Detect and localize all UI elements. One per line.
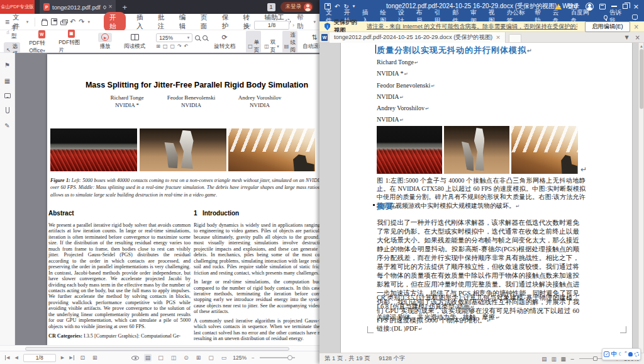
- zoom-minus-icon[interactable]: −: [570, 356, 574, 362]
- rotate-cw-icon[interactable]: ↷: [177, 43, 182, 49]
- read-mode-button[interactable]: 阅读模式: [122, 33, 147, 50]
- scrollbar-thumb[interactable]: [640, 49, 643, 109]
- menu-item-protect[interactable]: 保护: [222, 13, 233, 31]
- new-tab-button[interactable]: +: [122, 3, 127, 12]
- prev-page-icon[interactable]: ◀: [14, 355, 18, 360]
- page-info[interactable]: 第 1 页，共 19 页: [325, 355, 370, 363]
- play-button[interactable]: ▶ 播放: [92, 33, 118, 50]
- word-doc-tabbar: W tonge2012.pdf.pdf-2024-10-25 16-20-29.…: [319, 32, 644, 43]
- enable-editing-button[interactable]: 启用编辑(E): [585, 21, 630, 32]
- view-forward-icon[interactable]: ⊞: [91, 354, 99, 361]
- vertical-scrollbar[interactable]: ▲: [638, 43, 643, 353]
- login-button[interactable]: 未登录: [280, 2, 314, 12]
- rotate-doc-button[interactable]: ⟳ 旋转文档: [212, 33, 237, 50]
- more-icon[interactable]: ▾: [87, 20, 90, 25]
- scrollbar-thumb[interactable]: [25, 347, 289, 351]
- next-page-icon[interactable]: ▶: [61, 355, 64, 360]
- close-icon[interactable]: ×: [633, 3, 639, 11]
- fit-page-icon[interactable]: □: [163, 43, 168, 49]
- ime-punctuation-icon[interactable]: ”: [625, 351, 627, 357]
- help-menu[interactable]: 帮助: [297, 13, 308, 31]
- zoom-select[interactable]: 125% ▾: [156, 33, 192, 42]
- ime-status-icon[interactable]: ✓: [604, 351, 609, 357]
- paper-author: Feodor Benevolenski NVIDIA: [155, 94, 228, 109]
- hand-tool-button[interactable]: ☝ 手型: [4, 25, 20, 41]
- single-page-view-icon[interactable]: □: [157, 354, 165, 361]
- menu-item-page[interactable]: 页面: [201, 13, 211, 31]
- author-name: Feodor Benevolenski: [155, 94, 228, 102]
- zoom-slider-knob[interactable]: [593, 356, 597, 361]
- word-page[interactable]: 质量分割以实现无抖动的并行刚体模拟↵ Richard Tonge↵ NVIDIA…: [340, 43, 633, 353]
- open-file-icon[interactable]: [42, 20, 48, 26]
- signature-icon[interactable]: ✎: [4, 122, 9, 129]
- menu-item-insert[interactable]: 插入: [136, 13, 147, 31]
- doc-line: Richard Tonge↵: [377, 57, 435, 68]
- undo-icon[interactable]: ↶: [70, 18, 75, 26]
- last-page-icon[interactable]: ▶: [69, 355, 74, 360]
- close-icon[interactable]: ×: [635, 34, 640, 41]
- double-page-view-icon[interactable]: ◫: [170, 354, 178, 361]
- read-mode-view-icon[interactable]: ▤: [541, 356, 547, 362]
- introduction-heading: 1 Introduction: [194, 210, 322, 217]
- close-icon[interactable]: ×: [634, 23, 639, 30]
- menu-item-annotate[interactable]: 批注: [158, 13, 169, 31]
- minimize-icon[interactable]: [611, 6, 617, 6]
- fit-width-icon[interactable]: ⊞: [195, 354, 203, 361]
- scroll-up-icon[interactable]: ▲: [639, 44, 644, 48]
- pdf-to-image-button[interactable]: ▣ PDF转图片: [58, 29, 84, 54]
- thumbnails-icon[interactable]: ▦: [4, 77, 10, 84]
- web-layout-view-icon[interactable]: ▦: [560, 356, 565, 362]
- zoom-slider-knob[interactable]: [287, 355, 292, 360]
- comments-icon[interactable]: [632, 14, 638, 20]
- redo-icon[interactable]: ↷: [79, 18, 84, 26]
- menu-item-home[interactable]: 开始: [104, 12, 126, 32]
- save-icon[interactable]: [51, 18, 57, 25]
- protected-view-message: 请注意 - 来自 Internet 的文件可能包含病毒。除非需要编辑，否则保持在…: [367, 23, 577, 31]
- close-tab-icon[interactable]: ×: [496, 34, 501, 40]
- comment-icon[interactable]: [4, 93, 11, 98]
- ime-halfwidth-icon[interactable]: ☾: [618, 351, 623, 357]
- rotate-ccw-icon[interactable]: ↶: [184, 43, 189, 49]
- zoom-out-icon[interactable]: [195, 35, 200, 40]
- prev-page-icon[interactable]: ‹: [249, 22, 251, 28]
- close-tab-icon[interactable]: ×: [109, 4, 113, 10]
- pdf-tab-title: tonge2012.pdf.pdf: [52, 4, 101, 11]
- print-layout-view-icon[interactable]: ▥: [551, 356, 556, 362]
- notification-badge[interactable]: 1: [267, 3, 275, 11]
- eye-icon[interactable]: [131, 356, 139, 360]
- status-page-input[interactable]: 1/8: [23, 354, 56, 362]
- autoplay-icon[interactable]: ⊙: [182, 354, 190, 361]
- next-page-icon[interactable]: ›: [292, 22, 294, 28]
- pin-icon[interactable]: [103, 4, 107, 9]
- fit-page-icon[interactable]: ▢: [207, 354, 215, 361]
- horizontal-scrollbar[interactable]: [0, 345, 322, 351]
- fit-width-icon[interactable]: ⊞: [156, 43, 160, 49]
- hand-icon: ☝: [6, 30, 9, 35]
- print-icon[interactable]: [60, 21, 67, 25]
- tab-list-dropdown-icon[interactable]: ▼: [625, 35, 628, 40]
- zoom-minus-icon[interactable]: −: [252, 355, 255, 361]
- word-document-tab[interactable]: tonge2012.pdf.pdf-2024-10-25 16-20-29.do…: [330, 32, 506, 43]
- view-back-icon[interactable]: ⊡: [79, 354, 87, 361]
- ime-chinese-mode-icon[interactable]: 中: [611, 350, 617, 358]
- menu-item-edit[interactable]: 编辑: [179, 13, 190, 31]
- single-page-label: 单页: [254, 39, 260, 54]
- attachment-icon[interactable]: [6, 107, 9, 113]
- book-icon: [131, 34, 139, 40]
- restore-icon[interactable]: [623, 4, 628, 9]
- new-document-tab[interactable]: [509, 34, 521, 42]
- zoom-slider[interactable]: [260, 357, 295, 358]
- crop-icon[interactable]: ▢: [170, 43, 175, 49]
- pdf-to-office-button[interactable]: W PDF转Office▾: [29, 30, 54, 54]
- ime-account-icon[interactable]: [628, 352, 633, 356]
- bookmark-icon[interactable]: ⚑: [4, 62, 10, 69]
- abstract-heading: Abstract: [48, 210, 191, 217]
- zoom-in-icon[interactable]: [203, 35, 208, 40]
- continuous-view-icon[interactable]: ▤: [144, 354, 152, 361]
- customize-qat-icon[interactable]: ▾: [353, 4, 355, 9]
- ime-settings-icon[interactable]: [635, 352, 639, 356]
- word-count[interactable]: 9128 个字: [379, 355, 405, 363]
- page-indicator-input[interactable]: 1/8: [254, 21, 289, 30]
- fit-visible-icon[interactable]: ▭: [220, 354, 228, 361]
- first-page-icon[interactable]: ◀: [5, 355, 9, 360]
